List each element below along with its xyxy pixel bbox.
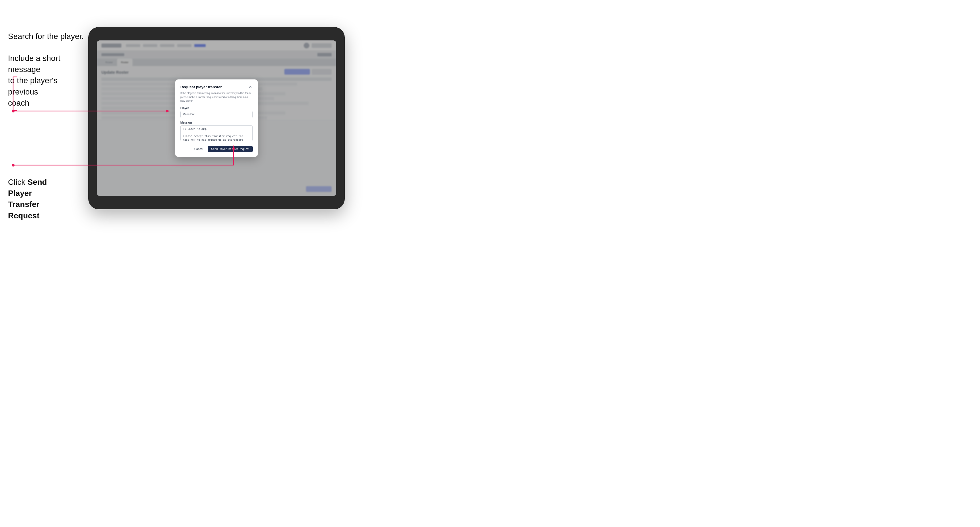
modal-footer: Cancel Send Player Transfer Request xyxy=(180,146,253,152)
modal-title: Request player transfer xyxy=(180,85,222,89)
annotation-bold: Send PlayerTransfer Request xyxy=(8,178,47,220)
player-field-label: Player xyxy=(180,106,253,110)
request-player-transfer-modal: Request player transfer ✕ If the player … xyxy=(175,79,258,157)
annotation-area: Search for the player. Include a short m… xyxy=(0,0,88,527)
modal-overlay: Request player transfer ✕ If the player … xyxy=(97,40,336,196)
modal-description: If the player is transferring from anoth… xyxy=(180,91,253,103)
annotation-click-text: Click Send PlayerTransfer Request xyxy=(8,176,65,221)
modal-header: Request player transfer ✕ xyxy=(180,84,253,89)
annotation-search-text: Search for the player. xyxy=(8,31,84,42)
cancel-button[interactable]: Cancel xyxy=(192,146,205,152)
tablet-screen: Roster Roster Update Roster xyxy=(97,40,336,196)
message-textarea[interactable]: Hi Coach McHarg, Please accept this tran… xyxy=(180,125,253,141)
annotation-message-text: Include a short messageto the player's p… xyxy=(8,53,85,108)
player-search-input[interactable] xyxy=(180,111,253,118)
tablet-device: Roster Roster Update Roster xyxy=(88,27,345,209)
send-transfer-request-button[interactable]: Send Player Transfer Request xyxy=(208,146,253,152)
message-field-label: Message xyxy=(180,121,253,124)
close-icon[interactable]: ✕ xyxy=(248,84,253,89)
